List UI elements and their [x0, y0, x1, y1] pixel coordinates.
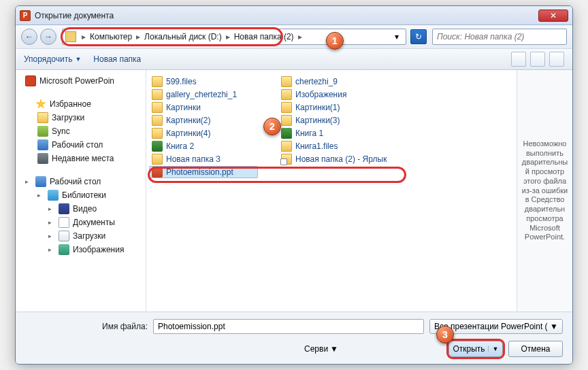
- file-item[interactable]: 599.files: [149, 75, 258, 88]
- file-name: Картинки(2): [166, 116, 211, 125]
- folder-icon: [152, 89, 163, 100]
- breadcrumb-segment[interactable]: Компьютер: [88, 32, 133, 41]
- folder-icon: [281, 102, 292, 113]
- titlebar: P Открытие документа ✕: [16, 6, 572, 25]
- desktop-icon: [35, 176, 46, 187]
- file-item[interactable]: Изображения: [278, 88, 389, 101]
- nav-bar: ← → ▸ Компьютер ▸ Локальный диск (D:) ▸ …: [16, 25, 572, 48]
- sidebar-item-desktop2[interactable]: ▸Рабочий стол: [16, 175, 146, 188]
- file-name: Изображения: [295, 90, 346, 99]
- breadcrumb-segment[interactable]: Локальный диск (D:): [143, 32, 223, 41]
- view-controls: [511, 52, 564, 67]
- filename-label: Имя файла:: [25, 322, 148, 331]
- sidebar-item-desktop[interactable]: Рабочий стол: [16, 138, 146, 152]
- expand-icon: ▸: [37, 192, 44, 199]
- file-name: Картинки: [166, 103, 201, 112]
- chevron-right-icon: ▸: [295, 32, 305, 41]
- link-icon: [281, 154, 292, 165]
- filename-input[interactable]: [153, 319, 424, 334]
- folder-icon: [152, 154, 163, 165]
- file-item[interactable]: Картинки(2): [149, 114, 258, 127]
- file-item[interactable]: Photoemission.ppt: [149, 166, 258, 178]
- file-name: gallery_chertezhi_1: [166, 90, 237, 99]
- file-name: Photoemission.ppt: [166, 167, 233, 177]
- sidebar: Microsoft PowerPoin Избранное Загрузки S…: [16, 70, 146, 312]
- chevron-right-icon: ▸: [223, 32, 233, 41]
- address-bar[interactable]: ▸ Компьютер ▸ Локальный диск (D:) ▸ Нова…: [62, 29, 406, 45]
- refresh-button[interactable]: ↻: [410, 29, 427, 44]
- file-item[interactable]: Картинки: [149, 101, 258, 114]
- ppt-icon: [152, 167, 163, 178]
- folder-icon: [281, 76, 292, 87]
- video-icon: [59, 203, 69, 214]
- file-item[interactable]: Картинки(3): [278, 114, 389, 127]
- folder-icon: [152, 102, 163, 113]
- close-icon: ✕: [550, 11, 557, 20]
- file-item[interactable]: Картинки(4): [149, 127, 258, 139]
- chevron-down-icon: ▼: [330, 344, 338, 354]
- sidebar-item-video[interactable]: ▸Видео: [16, 202, 146, 216]
- sidebar-item-images[interactable]: ▸Изображения: [16, 243, 146, 256]
- annotation-badge: 3: [436, 326, 454, 343]
- forward-button[interactable]: →: [40, 29, 56, 45]
- expand-icon: ▸: [25, 178, 32, 185]
- toolbar: Упорядочить▼ Новая папка: [16, 48, 572, 70]
- file-item[interactable]: Новая папка 3: [149, 153, 258, 165]
- preview-pane-button[interactable]: [530, 52, 545, 67]
- sidebar-item-documents[interactable]: ▸Документы: [16, 216, 146, 229]
- search-input[interactable]: [437, 32, 562, 41]
- file-pane[interactable]: 599.filesgallery_chertezhi_1КартинкиКарт…: [146, 70, 517, 312]
- annotation-badge: 2: [263, 118, 281, 135]
- powerpoint-icon: [25, 75, 36, 86]
- folder-icon: [37, 112, 48, 123]
- new-folder-button[interactable]: Новая папка: [93, 54, 141, 64]
- file-column: 599.filesgallery_chertezhi_1КартинкиКарт…: [149, 75, 258, 178]
- file-item[interactable]: Книга 1: [278, 127, 389, 139]
- sidebar-item-downloads2[interactable]: ▸Загрузки: [16, 229, 146, 243]
- sidebar-item-libraries[interactable]: ▸Библиотеки: [16, 188, 146, 202]
- help-button[interactable]: [549, 52, 564, 67]
- file-column: chertezhi_9ИзображенияКартинки(1)Картинк…: [278, 75, 389, 178]
- open-button[interactable]: Открыть▼: [448, 341, 503, 357]
- excel-icon: [281, 128, 292, 139]
- breadcrumb-segment[interactable]: Новая папка (2): [233, 32, 295, 41]
- file-item[interactable]: Картинки(1): [278, 101, 389, 114]
- sync-icon: [37, 126, 48, 137]
- star-icon: [35, 99, 46, 110]
- file-item[interactable]: Книга1.files: [278, 140, 389, 152]
- cancel-button[interactable]: Отмена: [508, 341, 563, 357]
- sidebar-item-sync[interactable]: Sync: [16, 124, 146, 138]
- folder-icon: [152, 128, 163, 139]
- file-item[interactable]: gallery_chertezhi_1: [149, 88, 258, 101]
- close-button[interactable]: ✕: [538, 10, 568, 22]
- desktop-icon: [37, 139, 48, 150]
- chevron-down-icon: ▼: [75, 56, 81, 63]
- address-dropdown[interactable]: ▾: [391, 32, 403, 41]
- file-name: Картинки(1): [295, 103, 340, 112]
- organize-button[interactable]: Упорядочить▼: [24, 54, 81, 64]
- folder-icon: [152, 115, 163, 126]
- file-name: Книга1.files: [295, 141, 338, 151]
- file-name: chertezhi_9: [295, 77, 338, 86]
- back-button[interactable]: ←: [21, 29, 37, 45]
- file-name: 599.files: [166, 77, 197, 86]
- search-box[interactable]: [432, 29, 567, 45]
- file-item[interactable]: Новая папка (2) - Ярлык: [278, 153, 389, 165]
- file-item[interactable]: Книга 2: [149, 140, 258, 152]
- window-title: Открытие документа: [35, 11, 538, 20]
- sidebar-item-favorites[interactable]: Избранное: [16, 97, 146, 111]
- dialog-body: Microsoft PowerPoin Избранное Загрузки S…: [16, 70, 572, 312]
- chevron-right-icon: ▸: [79, 32, 88, 41]
- refresh-icon: ↻: [415, 32, 422, 41]
- file-name: Новая папка (2) - Ярлык: [295, 154, 387, 164]
- chevron-down-icon: ▼: [550, 322, 558, 331]
- view-mode-button[interactable]: [511, 52, 526, 67]
- annotation-badge: 1: [326, 32, 344, 50]
- sidebar-item-powerpoint[interactable]: Microsoft PowerPoin: [16, 74, 146, 88]
- file-item[interactable]: chertezhi_9: [278, 75, 389, 88]
- folder-icon: [281, 89, 292, 100]
- folder-icon: [281, 115, 292, 126]
- tools-button[interactable]: Серви▼: [304, 344, 338, 354]
- sidebar-item-recent[interactable]: Недавние места: [16, 152, 146, 165]
- sidebar-item-downloads[interactable]: Загрузки: [16, 111, 146, 124]
